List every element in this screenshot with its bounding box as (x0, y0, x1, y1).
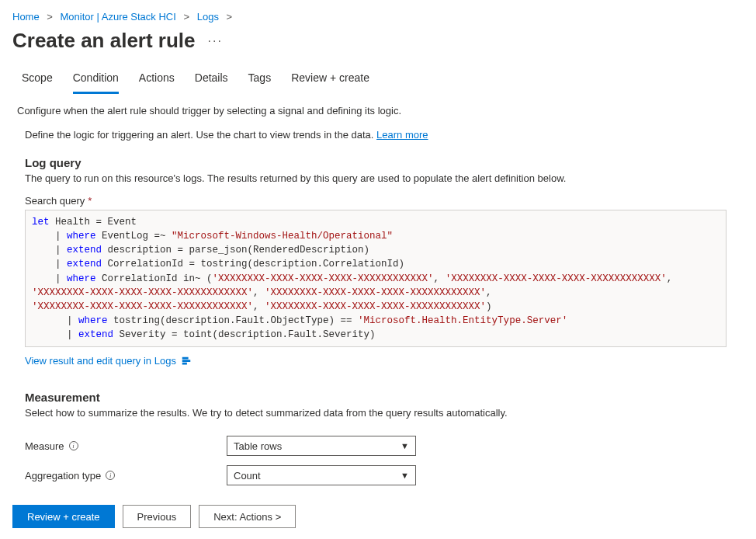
measurement-description: Select how to summarize the results. We … (25, 407, 734, 419)
chevron-right-icon: > (47, 11, 53, 23)
log-query-description: The query to run on this resource's logs… (25, 172, 734, 184)
tab-tags[interactable]: Tags (248, 65, 272, 94)
aggregation-type-value: Count (234, 470, 261, 482)
page-title: Create an alert rule (12, 29, 196, 53)
chevron-right-icon: > (227, 11, 233, 23)
more-actions-icon[interactable]: ··· (208, 34, 223, 48)
view-edit-query-text: View result and edit query in Logs (25, 355, 176, 367)
tab-review-create[interactable]: Review + create (291, 65, 369, 94)
measurement-heading: Measurement (25, 391, 734, 404)
review-create-button[interactable]: Review + create (12, 505, 115, 528)
tab-details[interactable]: Details (195, 65, 228, 94)
info-icon[interactable]: i (69, 441, 78, 450)
search-query-label: Search query* (25, 195, 734, 207)
log-query-heading: Log query (25, 156, 734, 169)
tab-actions[interactable]: Actions (139, 65, 175, 94)
aggregation-type-label: Aggregation type i (25, 470, 227, 482)
measure-label: Measure i (25, 440, 227, 452)
learn-more-link[interactable]: Learn more (376, 129, 428, 141)
tab-bar: Scope Condition Actions Details Tags Rev… (0, 65, 756, 94)
required-indicator: * (88, 195, 92, 207)
measure-select[interactable]: Table rows ▼ (227, 436, 416, 456)
breadcrumb-home[interactable]: Home (12, 11, 40, 23)
tab-condition[interactable]: Condition (73, 65, 119, 94)
logic-description: Define the logic for triggering an alert… (25, 129, 734, 141)
footer-actions: Review + create Previous Next: Actions > (0, 494, 756, 539)
previous-button[interactable]: Previous (123, 505, 192, 528)
breadcrumb-monitor[interactable]: Monitor | Azure Stack HCI (61, 11, 176, 23)
logic-description-text: Define the logic for triggering an alert… (25, 129, 376, 141)
breadcrumb-logs[interactable]: Logs (197, 11, 219, 23)
chevron-down-icon: ▼ (401, 441, 409, 450)
aggregation-type-select[interactable]: Count ▼ (227, 465, 416, 485)
view-edit-query-link[interactable]: View result and edit query in Logs (25, 355, 192, 367)
info-icon[interactable]: i (106, 471, 115, 480)
condition-description: Configure when the alert rule should tri… (17, 105, 734, 116)
logs-icon (181, 356, 192, 367)
chevron-right-icon: > (183, 11, 189, 23)
tab-scope[interactable]: Scope (22, 65, 53, 94)
next-actions-button[interactable]: Next: Actions > (199, 505, 296, 528)
breadcrumb: Home > Monitor | Azure Stack HCI > Logs … (0, 0, 756, 27)
search-query-input[interactable]: let Health = Event | where EventLog =~ "… (25, 210, 727, 347)
chevron-down-icon: ▼ (401, 471, 409, 480)
measure-value: Table rows (234, 440, 282, 452)
